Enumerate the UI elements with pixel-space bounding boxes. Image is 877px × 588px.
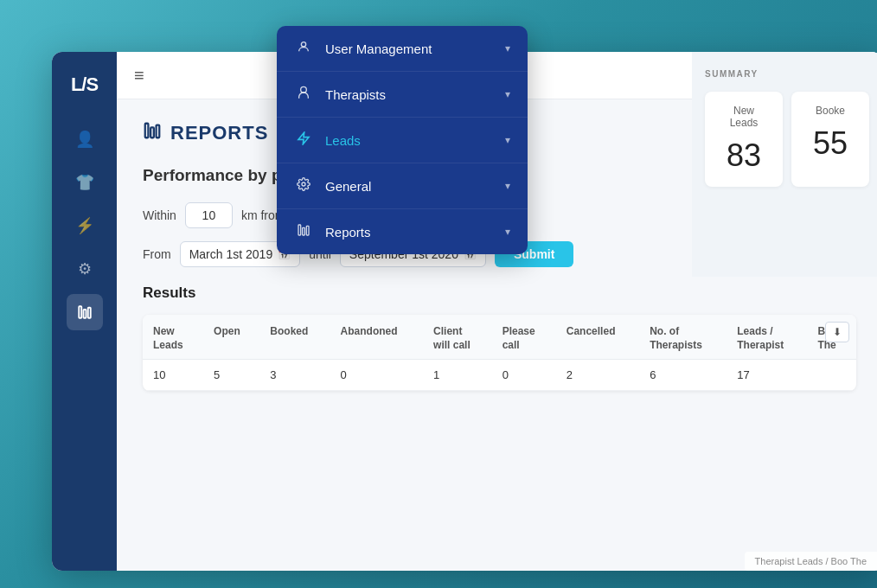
svg-rect-9 (298, 225, 301, 235)
sidebar-icon-user[interactable]: 👤 (67, 121, 103, 157)
results-title: Results (143, 284, 856, 302)
dropdown-menu: User Management ▾ Therapists ▾ Leads ▾ (277, 26, 528, 254)
therapists-chevron: ▾ (505, 88, 510, 100)
within-label: Within (143, 208, 176, 222)
summary-booked-value: 55 (804, 125, 856, 162)
col-abandoned: Abandoned (330, 315, 423, 360)
col-client-will-call: Clientwill call (423, 315, 492, 360)
km-input[interactable] (185, 202, 233, 228)
summary-card-booked: Booke 55 (791, 92, 869, 187)
logo: L/S (63, 65, 106, 104)
svg-rect-2 (87, 308, 90, 318)
dropdown-item-reports[interactable]: Reports ▾ (277, 209, 528, 254)
svg-marker-7 (298, 132, 309, 144)
col-no-therapists: No. ofTherapists (639, 315, 727, 360)
cell-abandoned: 0 (330, 360, 423, 391)
general-label: General (325, 179, 371, 194)
general-icon (294, 177, 313, 195)
user-management-label: User Management (325, 42, 432, 56)
reports-menu-label: Reports (325, 225, 371, 240)
dropdown-item-left-general: General (294, 177, 371, 195)
sidebar-icon-reports[interactable] (67, 294, 103, 330)
sidebar: L/S 👤 👕 ⚡ ⚙ (52, 52, 117, 571)
user-management-icon (294, 40, 313, 57)
reports-chevron: ▾ (505, 226, 510, 238)
leads-chevron: ▾ (505, 134, 510, 146)
logo-text: L/S (71, 74, 98, 96)
hamburger-button[interactable]: ≡ (134, 66, 144, 86)
dropdown-item-general[interactable]: General ▾ (277, 163, 528, 209)
col-new-leads: NewLeads (143, 315, 203, 360)
download-button[interactable]: ⬇ (825, 322, 849, 342)
cell-please-call: 0 (492, 360, 556, 391)
svg-rect-11 (306, 226, 309, 235)
therapists-label: Therapists (325, 87, 386, 102)
svg-rect-3 (145, 124, 149, 138)
summary-new-leads-label: New Leads (718, 105, 770, 129)
table-row: 10 5 3 0 1 0 2 6 17 (143, 360, 856, 391)
svg-point-8 (302, 182, 305, 186)
col-leads-therapist: Leads /Therapist (727, 315, 807, 360)
svg-point-6 (301, 42, 305, 47)
dropdown-item-therapists[interactable]: Therapists ▾ (277, 72, 528, 118)
dropdown-item-user-management[interactable]: User Management ▾ (277, 26, 528, 72)
results-table-container: ⬇ NewLeads Open Booked Abandoned Clientw… (143, 315, 856, 391)
dropdown-item-left-user: User Management (294, 40, 432, 57)
svg-rect-1 (83, 310, 86, 318)
sidebar-icon-therapist[interactable]: 👕 (67, 164, 103, 201)
dropdown-item-leads[interactable]: Leads ▾ (277, 118, 528, 163)
table-header-row: NewLeads Open Booked Abandoned Clientwil… (143, 315, 856, 360)
from-date-value: March 1st 2019 (189, 247, 273, 261)
breadcrumb-boo-the: Boo The (831, 556, 867, 566)
svg-rect-5 (157, 125, 160, 138)
results-table: NewLeads Open Booked Abandoned Clientwil… (143, 315, 856, 391)
summary-cards: New Leads 83 Booke 55 (705, 92, 869, 187)
col-booked: Booked (259, 315, 330, 360)
cell-new-leads: 10 (143, 360, 203, 391)
summary-new-leads-value: 83 (718, 137, 770, 174)
summary-card-new-leads: New Leads 83 (705, 92, 783, 187)
leads-icon (294, 131, 313, 149)
therapists-icon (294, 86, 313, 103)
col-please-call: Pleasecall (492, 315, 556, 360)
dropdown-item-left-leads: Leads (294, 131, 361, 149)
from-label: From (143, 247, 171, 261)
dropdown-item-left-therapists: Therapists (294, 86, 386, 103)
svg-rect-0 (79, 306, 81, 318)
user-management-chevron: ▾ (505, 42, 510, 54)
breadcrumb: Therapist Leads / Boo The (745, 552, 877, 571)
dropdown-item-left-reports: Reports (294, 223, 371, 240)
cell-boo-the (807, 360, 856, 391)
results-section: Results ⬇ NewLeads Open Booked Abandoned… (143, 284, 856, 391)
cell-open: 5 (203, 360, 259, 391)
cell-no-therapists: 6 (639, 360, 727, 391)
cell-booked: 3 (259, 360, 330, 391)
svg-rect-10 (303, 227, 305, 235)
cell-client-will-call: 1 (423, 360, 492, 391)
reports-menu-icon (294, 223, 313, 240)
cell-leads-therapist: 17 (727, 360, 807, 391)
reports-page-icon (143, 121, 162, 144)
sidebar-icon-settings[interactable]: ⚙ (67, 251, 103, 287)
col-open: Open (203, 315, 259, 360)
leads-label: Leads (325, 133, 361, 148)
summary-title: SUMMARY (705, 69, 869, 79)
summary-panel: SUMMARY New Leads 83 Booke 55 (692, 52, 877, 277)
general-chevron: ▾ (505, 180, 510, 192)
col-cancelled: Cancelled (556, 315, 639, 360)
cell-cancelled: 2 (556, 360, 639, 391)
summary-booked-label: Booke (804, 105, 856, 117)
svg-rect-4 (150, 127, 154, 137)
page-title: REPORTS (170, 122, 268, 144)
breadcrumb-therapist-leads: Therapist Leads / (755, 556, 829, 566)
sidebar-icon-leads[interactable]: ⚡ (67, 208, 103, 244)
